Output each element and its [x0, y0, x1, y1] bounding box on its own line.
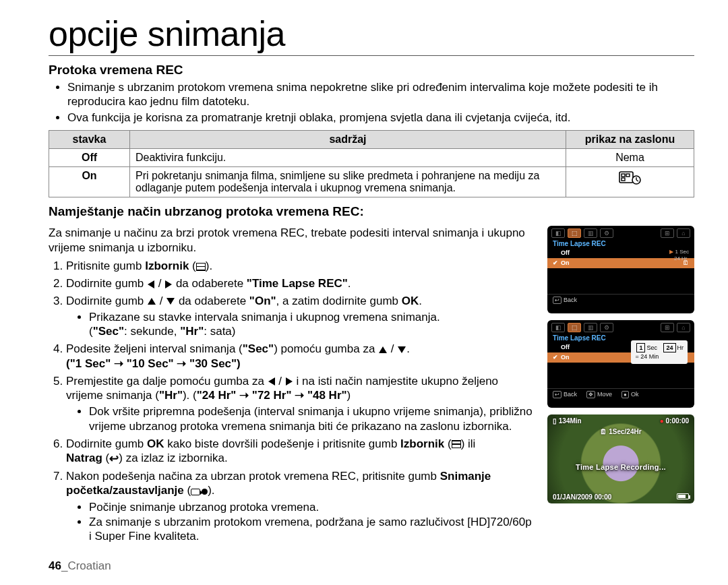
section-heading-1: Protoka vremena REC — [49, 63, 694, 78]
section1-bullets: Snimanje s ubrzanim protokom vremena sni… — [49, 80, 694, 125]
td-item: On — [49, 166, 130, 197]
section-heading-2: Namještanje način ubrzanog protoka vreme… — [49, 204, 694, 219]
tab-icon: ▥ — [584, 228, 597, 238]
card-icon: ▯ — [553, 417, 557, 425]
td-contents: Pri pokretanju snimanja filma, snimljene… — [130, 166, 566, 197]
td-contents: Deaktivira funkciju. — [130, 148, 566, 166]
tab-icon: ▥ — [584, 323, 597, 332]
interval-popup: 1Sec 24Hr = 24 Min — [631, 340, 688, 364]
manual-page: opcije snimanja Protoka vremena REC Snim… — [0, 0, 728, 585]
left-arrow-icon — [268, 377, 275, 386]
step-1: Pritisnite gumb Izbornik (). — [66, 259, 537, 274]
tab-icon: ⌂ — [677, 323, 690, 332]
down-arrow-icon — [166, 298, 175, 305]
osd-screen-1: ◧ ⬚ ▥ ⚙ ⊞ ⌂ Time Lapse REC ✔Off ✔On🗓︎ ▶ … — [547, 226, 694, 313]
instructions-column: Za snimanje u načinu za brzi protok vrem… — [49, 226, 537, 547]
tab-icon: ⌂ — [677, 228, 690, 238]
back-icon: ↩ — [109, 452, 119, 466]
right-arrow-icon — [286, 377, 293, 386]
up-arrow-icon — [148, 298, 156, 305]
td-display-icon — [566, 166, 694, 197]
rec-dot-icon: ● — [660, 417, 664, 425]
bullet: Snimanje s ubrzanim protokom vremena sni… — [67, 80, 694, 109]
th-display: prikaz na zaslonu — [566, 130, 694, 148]
svg-rect-1 — [621, 174, 625, 177]
osd-screen-2: ◧ ⬚ ▥ ⚙ ⊞ ⌂ Time Lapse REC ✔Off ✔On 1Sec… — [547, 320, 694, 408]
th-item: stavka — [49, 130, 130, 148]
step-4: Podesite željeni interval snimanja ("Sec… — [66, 342, 537, 371]
record-icon — [191, 484, 208, 499]
battery-icon — [677, 493, 689, 499]
section2-intro: Za snimanje u načinu za brzi protok vrem… — [49, 226, 537, 255]
step-7: Nakon podešenja načina za ubrzan protok … — [66, 469, 537, 544]
tab-icon: ◧ — [551, 323, 565, 332]
menu-icon — [196, 263, 206, 271]
steps-list: Pritisnite gumb Izbornik (). Dodirnite g… — [49, 259, 537, 544]
time-lapse-icon — [619, 170, 642, 185]
step-3: Dodirnite gumb / da odaberete "On", a za… — [66, 294, 537, 339]
right-arrow-icon — [165, 280, 172, 288]
td-display: Nema — [566, 148, 694, 166]
left-arrow-icon — [148, 280, 154, 288]
step-6: Dodirnite gumb OK kako biste dovršili po… — [66, 437, 537, 466]
menu-icon — [452, 440, 461, 448]
tab-icon: ◧ — [551, 228, 565, 238]
options-table: stavka sadržaj prikaz na zaslonu Off Dea… — [49, 130, 694, 197]
up-arrow-icon — [379, 346, 387, 353]
tab-icon: ⚙ — [600, 228, 613, 238]
th-contents: sadržaj — [130, 130, 566, 148]
step-5: Premjestite ga dalje pomoću gumba za / i… — [66, 374, 537, 434]
tab-icon-active: ⬚ — [568, 323, 581, 332]
page-footer: 46_Croatian — [49, 559, 111, 573]
page-title: opcije snimanja — [49, 13, 694, 56]
osd-title: Time Lapse REC — [547, 239, 694, 248]
down-arrow-icon — [398, 346, 406, 353]
tab-icon: ⚙ — [600, 323, 613, 332]
time-lapse-mini-icon: 🗓︎ — [600, 428, 607, 435]
step-2: Dodirnite gumb / da odaberete "Time Laps… — [66, 276, 537, 291]
tab-icon-active: ⬚ — [568, 228, 581, 238]
svg-rect-3 — [621, 178, 625, 181]
tab-icon: ⊞ — [661, 323, 674, 332]
td-item: Off — [49, 148, 130, 166]
bullet: Ova funkcija je korisna za promatranje k… — [67, 111, 694, 125]
recording-status: Time Lapse Recording... — [547, 463, 694, 471]
osd-previews: ◧ ⬚ ▥ ⚙ ⊞ ⌂ Time Lapse REC ✔Off ✔On🗓︎ ▶ … — [547, 226, 694, 547]
tab-icon: ⊞ — [661, 228, 674, 238]
osd-screen-3: ▯ 134Min ● 0:00:00 🗓︎ 1Sec/24Hr Time Lap… — [547, 414, 694, 503]
svg-rect-2 — [626, 174, 630, 177]
